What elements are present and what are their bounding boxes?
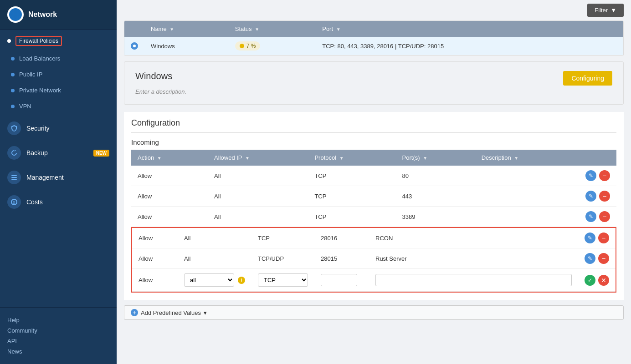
allowed-ip-select[interactable]: all [184, 273, 234, 287]
table-row[interactable]: Allow All TCP 443 ✎ − [131, 186, 616, 207]
edit-icon[interactable]: ✎ [585, 191, 596, 202]
ports-input[interactable] [321, 274, 357, 286]
protocol-sort-icon: ▼ [339, 156, 344, 161]
highlighted-table: Allow All TCP 28016 RCON ✎ − [132, 228, 616, 292]
footer-community[interactable]: Community [7, 325, 109, 336]
dot-icon [11, 57, 15, 61]
table-row[interactable]: Windows 7 % TCP: 80, 443, 3389, 28016 | … [124, 37, 623, 56]
svg-rect-4 [11, 179, 17, 180]
table-row[interactable]: Allow All TCP 28016 RCON ✎ − [132, 228, 616, 248]
sidebar-category-backup[interactable]: Backup NEW [0, 141, 117, 165]
row-allowed-ip: All [178, 228, 251, 248]
sidebar-category-management[interactable]: Management [0, 165, 117, 190]
row-description [475, 166, 579, 186]
delete-icon[interactable]: − [598, 253, 609, 264]
sidebar-category-security[interactable]: Security [0, 116, 117, 141]
action-icons: ✎ − [585, 233, 609, 243]
col-status[interactable]: Status ▼ [229, 21, 316, 37]
row-ports: 28016 [314, 228, 369, 248]
new-row-ports [314, 269, 369, 292]
sidebar-item-firewall-policies[interactable]: Firewall Policies [0, 31, 117, 51]
row-action-icons: ✎ − [578, 228, 616, 248]
firewall-policies-label[interactable]: Firewall Policies [15, 36, 62, 46]
row-action: Allow [131, 166, 208, 186]
edit-icon[interactable]: ✎ [585, 253, 595, 264]
row-description [475, 207, 579, 227]
row-status: 7 % [229, 37, 316, 56]
delete-icon[interactable]: − [599, 191, 610, 202]
desc-sort-icon: ▼ [514, 156, 518, 161]
confirm-icon[interactable]: ✓ [585, 275, 595, 286]
network-section: Firewall Policies Load Balancers Public … [0, 30, 117, 116]
table-row[interactable]: Allow All TCP/UDP 28015 Rust Server ✎ − [132, 248, 616, 269]
action-icons: ✎ − [585, 170, 610, 181]
costs-icon: $ [7, 195, 21, 209]
filter-button[interactable]: Filter ▼ [587, 4, 624, 17]
table-row[interactable]: Allow All TCP 80 ✎ − [131, 166, 616, 186]
detail-description: Enter a description. [135, 88, 612, 95]
inc-col-protocol[interactable]: Protocol ▼ [308, 150, 395, 166]
row-allowed-ip: All [178, 248, 251, 269]
security-icon [7, 121, 21, 135]
edit-icon[interactable]: ✎ [585, 170, 596, 181]
row-ports: 80 [396, 166, 475, 186]
sidebar-category-costs[interactable]: $ Costs [0, 190, 117, 214]
cancel-icon[interactable]: ✕ [598, 275, 609, 286]
action-icons: ✎ − [585, 253, 609, 264]
add-predefined-button[interactable]: + Add Predefined Values ▾ [124, 305, 624, 320]
row-action: Allow [131, 207, 208, 227]
dropdown-arrow-icon: ▾ [204, 309, 207, 316]
top-bar: Filter ▼ [117, 0, 631, 20]
sidebar-logo [7, 6, 24, 23]
configuring-button[interactable]: Configuring [563, 71, 612, 86]
sidebar-item-public-ip[interactable]: Public IP [0, 66, 117, 82]
description-input[interactable] [375, 274, 572, 286]
sidebar-item-private-network[interactable]: Private Network [0, 82, 117, 98]
row-action-icons: ✎ − [579, 186, 616, 207]
row-ports: 3389 [396, 207, 475, 227]
footer-news[interactable]: News [7, 346, 109, 357]
inc-col-ports[interactable]: Port(s) ▼ [396, 150, 475, 166]
row-allowed-ip: All [208, 166, 308, 186]
edit-icon[interactable]: ✎ [585, 211, 596, 222]
protocol-select[interactable]: TCP UDP TCP/UDP [258, 273, 308, 287]
row-protocol: TCP [308, 207, 395, 227]
col-name[interactable]: Name ▼ [144, 21, 229, 37]
row-protocol: TCP [308, 186, 395, 207]
row-protocol: TCP [251, 228, 314, 248]
load-balancers-label: Load Balancers [19, 55, 60, 62]
edit-icon[interactable]: ✎ [585, 233, 595, 243]
sidebar-item-load-balancers[interactable]: Load Balancers [0, 51, 117, 66]
active-dot-icon [7, 39, 11, 43]
delete-icon[interactable]: − [599, 170, 610, 181]
delete-icon[interactable]: − [599, 211, 610, 222]
incoming-table: Action ▼ Allowed IP ▼ Protocol ▼ Port( [131, 150, 616, 227]
footer-api[interactable]: API [7, 336, 109, 346]
private-network-label: Private Network [19, 87, 61, 94]
table-row[interactable]: Allow All TCP 3389 ✎ − [131, 207, 616, 227]
management-label: Management [26, 174, 64, 181]
inc-col-action[interactable]: Action ▼ [131, 150, 208, 166]
action-icons: ✎ − [585, 211, 610, 222]
incoming-title: Incoming [124, 133, 624, 150]
dot-icon [11, 105, 15, 108]
col-port[interactable]: Port ▼ [316, 21, 623, 37]
protocol-cell: TCP UDP TCP/UDP [258, 273, 308, 287]
inc-col-description[interactable]: Description ▼ [475, 150, 579, 166]
row-name: Windows [144, 37, 229, 56]
public-ip-label: Public IP [19, 71, 42, 78]
inc-col-allowed-ip[interactable]: Allowed IP ▼ [208, 150, 308, 166]
new-row-description [369, 269, 578, 292]
inc-col-actions [579, 150, 616, 166]
row-radio[interactable] [124, 37, 144, 56]
row-action-icons: ✎ − [579, 207, 616, 227]
footer-help[interactable]: Help [7, 315, 109, 325]
filter-icon: ▼ [610, 7, 616, 14]
row-description: Rust Server [369, 248, 578, 269]
name-sort-icon: ▼ [169, 27, 174, 32]
status-sort-icon: ▼ [255, 27, 259, 32]
delete-icon[interactable]: − [598, 233, 609, 243]
row-action-icons: ✎ − [579, 166, 616, 186]
info-icon: i [238, 277, 245, 284]
sidebar-item-vpn[interactable]: VPN [0, 98, 117, 114]
